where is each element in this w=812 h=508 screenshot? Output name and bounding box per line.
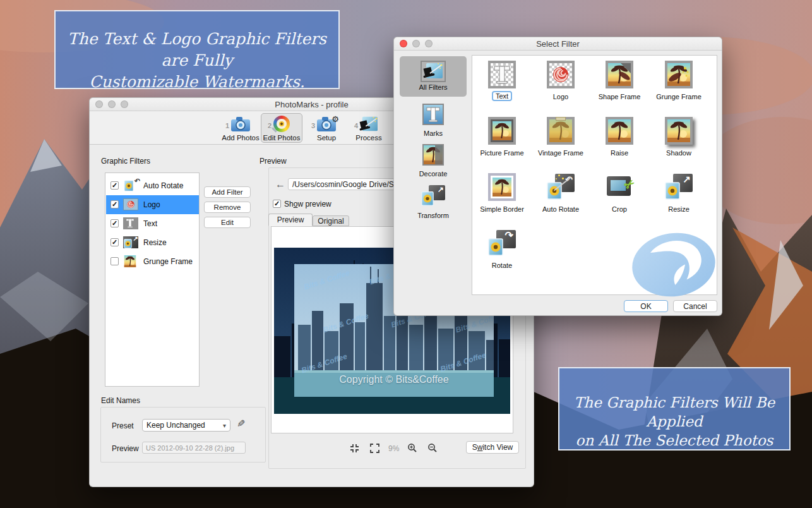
show-preview-label: Show preview [284,200,331,209]
edit-preset-pencil-icon[interactable]: ✎ [237,418,245,430]
desktop: The Text & Logo Graphic Filters are Full… [0,0,812,508]
vintage-frame-icon [547,117,575,145]
preset-value: Keep Unchanged [146,421,223,430]
minimize-button[interactable] [412,40,420,47]
cancel-button[interactable]: Cancel [673,300,717,312]
add-filter-button[interactable]: Add Filter [204,186,251,198]
filter-item-crop[interactable]: ✂ Crop [589,173,650,213]
toolbar-setup[interactable]: ⚙ 3 Setup [304,116,349,142]
all-filters-icon [422,62,445,81]
checkbox-checked[interactable]: ✓ [110,200,119,209]
dialog-title: Select Filter [536,39,580,49]
category-decorate[interactable]: Decorate [400,144,467,178]
filter-row-text[interactable]: ✓ Text [106,214,199,233]
transform-icon: ↗ [421,184,445,207]
toolbar-step-number: 1 [225,122,229,130]
toolbar-process[interactable]: 4 Process [347,116,391,142]
toolbar-label: Process [355,134,382,142]
toolbar-add-photos[interactable]: 1 Add Photos [218,116,263,142]
toolbar-step-number: 4 [354,122,358,130]
remove-button[interactable]: Remove [204,202,251,213]
switch-view-button[interactable]: Switch View [466,441,519,454]
toolbar-step-number: 3 [311,122,315,130]
window-title: PhotoMarks - profile [275,100,348,109]
watermark-logo [630,231,718,299]
zoom-level: 9% [388,444,399,453]
caption-banner-top: The Text & Logo Graphic Filters are Full… [54,10,340,89]
filter-row-grunge-frame[interactable]: Grunge Frame [106,252,199,271]
rotate-filter-icon: ↷ [488,229,516,257]
filter-item-label: Grunge Frame [656,93,702,100]
filter-item-label: Text [492,91,512,101]
filter-item-label: Shadow [666,149,691,157]
category-all-filters[interactable]: All Filters [400,56,467,97]
zoom-out-icon[interactable] [427,443,438,453]
filter-row-logo[interactable]: ✓ Logo [106,195,199,214]
category-label: Marks [424,130,443,137]
actual-size-icon[interactable] [370,444,379,453]
filter-item-picture-frame[interactable]: Picture Frame [472,117,532,157]
filter-item-raise[interactable]: Raise [589,117,650,157]
simple-border-icon [488,173,516,201]
filter-item-text[interactable]: Text [472,61,532,101]
filter-item-label: Logo [553,93,568,100]
minimize-button[interactable] [108,100,116,108]
filter-item-shape-frame[interactable]: Shape Frame [589,61,650,100]
text-icon [123,217,138,229]
filter-list[interactable]: ✓ ↶ Auto Rotate ✓ Logo ✓ [105,172,200,387]
checkbox-checked[interactable]: ✓ [110,219,119,227]
caption-banner-bottom: The Graphic Filters Will Be Applied on A… [558,367,791,451]
filter-row-auto-rotate[interactable]: ✓ ↶ Auto Rotate [106,176,199,195]
filter-item-label: Vintage Frame [538,149,583,157]
back-arrow-icon[interactable]: ← [275,179,285,190]
edit-button[interactable]: Edit [204,217,251,228]
filter-item-grunge-frame[interactable]: Grunge Frame [648,61,709,100]
logo-filter-icon [547,61,575,88]
category-transform[interactable]: ↗ Transform [400,184,467,219]
checkbox-checked[interactable]: ✓ [110,181,119,190]
zoom-in-icon[interactable] [407,443,417,453]
zoom-button[interactable] [121,100,128,108]
toolbar-label: Edit Photos [263,134,301,142]
toolbar-label: Add Photos [222,134,259,142]
filter-row-resize[interactable]: ✓ ↗ Resize [106,233,199,252]
filter-item-resize[interactable]: ↗ Resize [648,173,709,213]
filter-row-label: Logo [143,200,160,209]
filter-item-vintage-frame[interactable]: Vintage Frame [530,117,591,157]
filter-row-label: Resize [143,238,167,247]
gear-icon: ⚙ [331,114,339,124]
edit-names-group [100,407,266,463]
dialog-title-bar[interactable]: Select Filter [394,37,722,51]
tab-preview[interactable]: Preview [268,214,313,226]
close-button[interactable] [95,100,103,108]
filter-item-shadow[interactable]: Shadow [648,117,709,157]
filter-item-logo[interactable]: Logo [530,61,591,100]
toolbar-step-number: 2 [268,122,272,130]
category-label: All Filters [419,83,447,91]
category-marks[interactable]: Marks [400,104,467,137]
ok-button[interactable]: OK [624,300,668,312]
filter-item-auto-rotate[interactable]: ↶ Auto Rotate [530,173,591,213]
filter-item-rotate[interactable]: ↷ Rotate [472,229,532,269]
filter-item-label: Rotate [492,262,512,269]
filter-row-label: Grunge Frame [143,257,193,266]
show-preview-checkbox[interactable]: ✓ [273,200,281,208]
name-preview-field[interactable]: US 2012-09-10 22-28 (2).jpg [142,442,246,454]
fit-to-window-icon[interactable] [350,444,359,453]
checkbox-unchecked[interactable] [110,257,119,265]
checkbox-checked[interactable]: ✓ [110,238,119,246]
grunge-frame-icon [123,255,138,267]
caption-line: The Graphic Filters Will Be Applied [559,393,789,431]
select-filter-dialog: Select Filter All Filters Marks Decorate [393,37,722,316]
close-button[interactable] [400,40,407,47]
decorate-icon [422,144,444,166]
filter-item-simple-border[interactable]: Simple Border [472,173,532,213]
text-filter-icon [488,61,516,88]
preset-dropdown[interactable]: Keep Unchanged ▾ [142,419,230,432]
filter-item-label: Resize [668,205,690,213]
tab-original[interactable]: Original [313,215,349,226]
name-preview-value: US 2012-09-10 22-28 (2).jpg [146,444,234,452]
edit-names-title: Edit Names [101,396,140,405]
toolbar-edit-photos[interactable]: 2 Edit Photos [260,116,304,142]
zoom-button[interactable] [425,40,433,47]
